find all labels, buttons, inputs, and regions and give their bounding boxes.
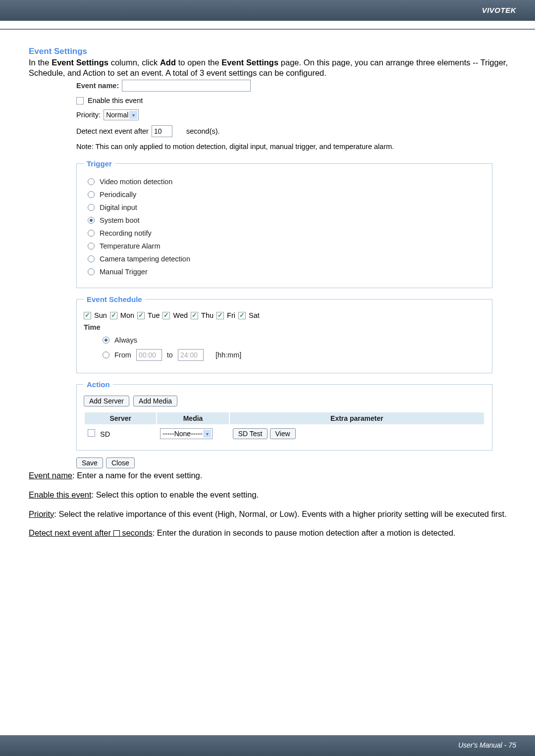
- trigger-option[interactable]: System boot: [88, 216, 481, 224]
- day-checkbox-fri[interactable]: [216, 312, 224, 319]
- table-header-row: Server Media Extra parameter: [85, 412, 484, 424]
- media-select[interactable]: -----None----- ▾: [160, 428, 213, 439]
- event-name-label: Event name:: [76, 82, 119, 90]
- event-name-input[interactable]: [122, 80, 251, 92]
- square-icon: [113, 530, 120, 537]
- def-term-part: seconds: [120, 528, 153, 537]
- action-legend: Action: [84, 380, 113, 389]
- trigger-option-label: Periodically: [100, 191, 136, 199]
- priority-select[interactable]: Normal ▾: [104, 109, 139, 120]
- chevron-down-icon: ▾: [203, 430, 211, 438]
- from-time-input[interactable]: [136, 349, 162, 361]
- day-checkbox-tue[interactable]: [137, 312, 145, 319]
- day-label: Thu: [201, 311, 214, 319]
- to-time-input[interactable]: [178, 349, 204, 361]
- def-enable-event: Enable this event: Select this option to…: [29, 490, 508, 500]
- enable-event-checkbox[interactable]: [76, 97, 84, 104]
- def-term: Enable this event: [29, 490, 92, 499]
- trigger-option[interactable]: Recording notify: [88, 229, 481, 237]
- save-button[interactable]: Save: [76, 457, 103, 468]
- close-button[interactable]: Close: [106, 457, 135, 468]
- from-label: From: [114, 351, 131, 359]
- trigger-option[interactable]: Video motion detection: [88, 178, 481, 186]
- trigger-option-label: System boot: [100, 216, 140, 224]
- intro-text: to open the: [176, 58, 221, 67]
- day-label: Tue: [148, 311, 160, 319]
- th-server: Server: [85, 412, 156, 424]
- trigger-option[interactable]: Periodically: [88, 191, 481, 199]
- media-select-value: -----None-----: [162, 430, 202, 438]
- day-checkbox-thu[interactable]: [191, 312, 198, 319]
- def-event-name: Event name: Enter a name for the event s…: [29, 470, 508, 481]
- day-checkbox-sat[interactable]: [238, 312, 246, 319]
- time-range-option[interactable]: From to [hh:mm]: [103, 349, 481, 361]
- radio-icon: [88, 217, 95, 224]
- priority-value: Normal: [106, 111, 128, 119]
- event-settings-form: Event name: Enable this event Priority: …: [76, 80, 492, 468]
- intro-bold-1: Event Settings: [52, 58, 108, 67]
- time-label: Time: [84, 323, 485, 331]
- schedule-fieldset: Event Schedule Sun Mon Tue Wed Thu Fri S…: [76, 295, 492, 373]
- day-checkbox-wed[interactable]: [162, 312, 170, 319]
- day-checkbox-sun[interactable]: [84, 312, 91, 319]
- sd-test-button[interactable]: SD Test: [233, 428, 268, 439]
- trigger-option[interactable]: Manual Trigger: [88, 268, 481, 276]
- priority-label: Priority:: [76, 111, 101, 119]
- trigger-option-label: Camera tampering detection: [100, 255, 190, 263]
- day-label: Fri: [227, 311, 235, 319]
- radio-icon: [88, 255, 95, 262]
- trigger-fieldset: Trigger Video motion detection Periodica…: [76, 159, 492, 288]
- add-media-button[interactable]: Add Media: [133, 396, 177, 406]
- def-detect-next: Detect next event after seconds: Enter t…: [29, 528, 508, 538]
- trigger-option[interactable]: Digital input: [88, 203, 481, 211]
- intro-bold-2: Add: [160, 58, 176, 67]
- header-bar: VIVOTEK: [0, 0, 535, 21]
- radio-icon: [103, 337, 109, 344]
- day-label: Wed: [173, 311, 188, 319]
- def-text: : Enter the duration in seconds to pause…: [153, 528, 456, 537]
- action-table: Server Media Extra parameter SD -----Non…: [84, 411, 485, 443]
- trigger-option-label: Manual Trigger: [100, 268, 148, 276]
- detect-next-label-pre: Detect next event after: [76, 127, 149, 135]
- view-button[interactable]: View: [270, 428, 296, 439]
- def-term: Detect next event after seconds: [29, 528, 153, 537]
- always-label: Always: [114, 336, 137, 344]
- radio-icon: [103, 352, 109, 358]
- def-priority: Priority: Select the relative importance…: [29, 509, 508, 519]
- def-term-part: Detect next event after: [29, 528, 113, 537]
- schedule-days: Sun Mon Tue Wed Thu Fri Sat: [84, 311, 485, 319]
- radio-icon: [88, 191, 95, 198]
- brand-label: VIVOTEK: [482, 6, 516, 14]
- th-extra: Extra parameter: [230, 412, 484, 424]
- radio-icon: [88, 268, 95, 275]
- radio-icon: [88, 243, 95, 250]
- radio-icon: [88, 204, 95, 211]
- trigger-option[interactable]: Camera tampering detection: [88, 255, 481, 263]
- enable-event-label: Enable this event: [88, 97, 143, 104]
- action-fieldset: Action Add Server Add Media Server Media…: [76, 380, 492, 451]
- detect-next-input[interactable]: [152, 125, 172, 137]
- trigger-legend: Trigger: [84, 159, 115, 168]
- day-label: Mon: [120, 311, 134, 319]
- trigger-option-label: Video motion detection: [100, 178, 172, 186]
- trigger-option[interactable]: Temperature Alarm: [88, 242, 481, 250]
- day-checkbox-mon[interactable]: [110, 312, 117, 319]
- th-media: Media: [157, 412, 228, 424]
- chevron-down-icon: ▾: [129, 111, 137, 119]
- footer-page-label: User's Manual - 75: [458, 741, 516, 749]
- schedule-legend: Event Schedule: [84, 295, 145, 303]
- trigger-option-label: Temperature Alarm: [100, 242, 160, 250]
- add-server-button[interactable]: Add Server: [84, 396, 129, 406]
- intro-bold-3: Event Settings: [221, 58, 278, 67]
- trigger-option-label: Recording notify: [100, 229, 152, 237]
- day-label: Sat: [249, 311, 260, 319]
- time-always-option[interactable]: Always: [103, 336, 481, 344]
- def-text: : Enter a name for the event setting.: [72, 471, 202, 480]
- def-term: Event name: [29, 471, 72, 480]
- page-content: Event Settings In the Event Settings col…: [0, 30, 535, 538]
- intro-text: column, click: [108, 58, 160, 67]
- intro-paragraph: In the Event Settings column, click Add …: [29, 57, 508, 78]
- hhmm-label: [hh:mm]: [215, 351, 241, 359]
- def-text: : Select this option to enable the event…: [92, 490, 259, 499]
- sd-checkbox[interactable]: [88, 429, 95, 437]
